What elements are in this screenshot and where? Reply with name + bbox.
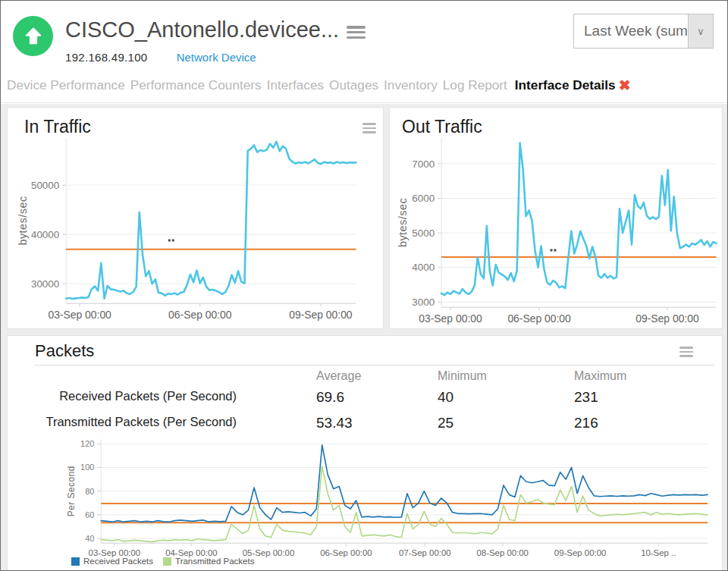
- chevron-down-icon: ∨: [688, 14, 713, 48]
- svg-text:bytes/sec: bytes/sec: [17, 196, 29, 245]
- device-category-link[interactable]: Network Device: [177, 51, 256, 64]
- svg-text:3000: 3000: [412, 296, 435, 308]
- svg-text:6000: 6000: [412, 193, 435, 204]
- svg-text:09-Sep 00:00: 09-Sep 00:00: [635, 312, 699, 325]
- transmitted-maximum: 216: [574, 415, 598, 431]
- svg-text:03-Sep 00:00: 03-Sep 00:00: [48, 309, 111, 321]
- legend-transmitted: Transmitted Packets: [163, 557, 254, 566]
- svg-text:06-Sep 00:00: 06-Sep 00:00: [168, 309, 232, 321]
- svg-text:09-Sep 00:00: 09-Sep 00:00: [289, 309, 353, 321]
- time-range-select[interactable]: Last Week (sum ∨: [573, 14, 714, 49]
- received-minimum: 40: [438, 389, 453, 406]
- time-range-value: Last Week (sum: [574, 14, 688, 48]
- col-minimum: Minimum: [438, 369, 487, 383]
- svg-text:5000: 5000: [412, 227, 435, 239]
- col-maximum: Maximum: [574, 369, 626, 383]
- svg-text:03-Sep 00:00: 03-Sep 00:00: [419, 312, 482, 325]
- svg-text:Per Second: Per Second: [66, 466, 77, 516]
- svg-text:10-Sep ..: 10-Sep ..: [641, 548, 676, 557]
- svg-text:40: 40: [85, 534, 94, 543]
- tab-device-performance[interactable]: Device Performance: [7, 77, 125, 93]
- svg-text:120: 120: [80, 439, 94, 448]
- up-arrow-icon: [22, 25, 45, 48]
- header: CISCO_Antonello.devicee... Last Week (su…: [1, 1, 727, 73]
- page-title: CISCO_Antonello.devicee...: [65, 17, 339, 42]
- svg-text:30000: 30000: [31, 278, 59, 290]
- svg-text:50000: 50000: [31, 180, 59, 191]
- svg-text:06-Sep 00:00: 06-Sep 00:00: [507, 312, 571, 325]
- out-traffic-chart: 3000400050006000700003-Sep 00:0006-Sep 0…: [390, 108, 722, 328]
- in-traffic-menu-icon[interactable]: [362, 123, 376, 133]
- col-average: Average: [316, 369, 361, 383]
- in-traffic-chart: 30000400005000003-Sep 00:0006-Sep 00:000…: [8, 108, 383, 328]
- out-traffic-title: Out Traffic: [402, 117, 482, 137]
- out-traffic-panel: 3000400050006000700003-Sep 00:0006-Sep 0…: [389, 107, 723, 329]
- svg-text:100: 100: [80, 463, 94, 472]
- row-label: Received Packets (Per Second): [8, 389, 237, 403]
- legend-received: Received Packets: [71, 557, 153, 566]
- legend-swatch-transmitted: [163, 557, 171, 566]
- received-maximum: 231: [574, 389, 598, 406]
- svg-text:80: 80: [85, 487, 94, 496]
- device-status-up-icon: [13, 16, 53, 56]
- svg-text:09-Sep 00:00: 09-Sep 00:00: [554, 548, 607, 557]
- svg-text:07-Sep 00:00: 07-Sep 00:00: [399, 548, 451, 557]
- tab-log-report[interactable]: Log Report: [443, 77, 507, 93]
- device-menu-icon[interactable]: [347, 26, 366, 39]
- svg-text:60: 60: [85, 510, 94, 519]
- row-label: Transmitted Packets (Per Second): [8, 415, 237, 429]
- device-ip: 192.168.49.100: [65, 51, 147, 64]
- device-subtitle: 192.168.49.100 Network Device: [65, 51, 256, 64]
- in-traffic-title: In Traffic: [24, 117, 91, 137]
- close-icon[interactable]: ✖: [619, 77, 631, 94]
- legend-label-transmitted: Transmitted Packets: [175, 557, 254, 566]
- tab-interfaces[interactable]: Interfaces: [267, 77, 324, 93]
- packets-menu-icon[interactable]: [679, 347, 693, 357]
- tab-performance-counters[interactable]: Performance Counters: [130, 77, 262, 93]
- device-snapshot-page: { "header": { "title": "CISCO_Antonello.…: [0, 0, 728, 571]
- in-traffic-panel: 30000400005000003-Sep 00:0006-Sep 00:000…: [7, 107, 384, 329]
- svg-text:06-Sep 00:00: 06-Sep 00:00: [320, 548, 372, 557]
- dashboard-body: 30000400005000003-Sep 00:0006-Sep 00:000…: [1, 104, 727, 570]
- packets-title: Packets: [35, 341, 94, 361]
- tab-inventory[interactable]: Inventory: [384, 77, 438, 93]
- transmitted-average: 53.43: [316, 415, 353, 431]
- tab-outages[interactable]: Outages: [329, 77, 378, 93]
- legend-swatch-received: [71, 557, 80, 566]
- svg-text:7000: 7000: [412, 158, 435, 170]
- divider: [35, 365, 714, 366]
- transmitted-minimum: 25: [438, 415, 453, 431]
- packets-panel: 40608010012003-Sep 00:0004-Sep 00:0005-S…: [7, 335, 723, 571]
- tab-bar: Device Performance Performance Counters …: [1, 73, 727, 103]
- svg-text:08-Sep 00:00: 08-Sep 00:00: [476, 548, 529, 557]
- chart-legend: Received Packets Transmitted Packets: [71, 557, 264, 566]
- tab-interface-details-active[interactable]: Interface Details: [515, 77, 616, 93]
- legend-label-received: Received Packets: [83, 557, 153, 566]
- svg-text:4000: 4000: [412, 262, 435, 273]
- received-average: 69.6: [316, 389, 344, 406]
- svg-text:40000: 40000: [31, 229, 59, 240]
- svg-text:bytes/sec: bytes/sec: [397, 198, 409, 247]
